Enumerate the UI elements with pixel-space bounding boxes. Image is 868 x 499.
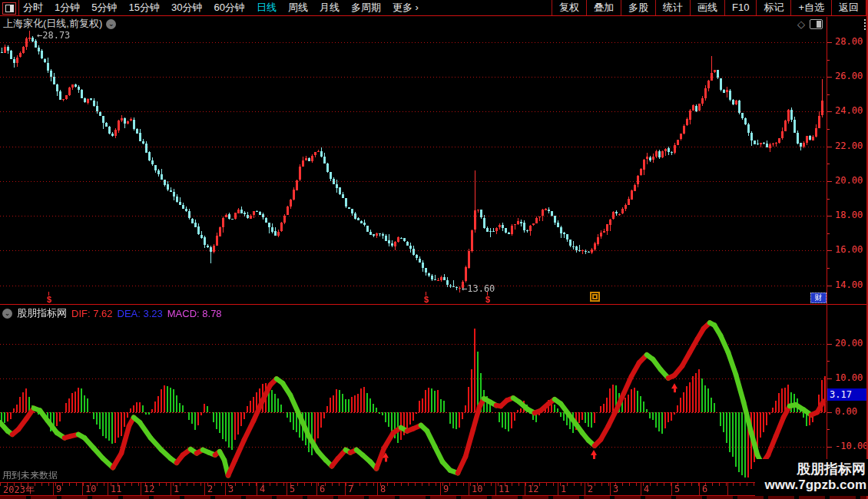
panel-split-icon[interactable] [810, 19, 823, 29]
price-tick-label: 18.00 [835, 210, 863, 220]
macd-tick [827, 412, 832, 413]
menu-item-10[interactable]: 更多 › [393, 0, 419, 15]
tool-item-6[interactable]: 标记 [756, 0, 790, 15]
menu-item-6[interactable]: 日线 [257, 0, 277, 15]
timeline-label[interactable]: 11 [111, 484, 121, 494]
candlestick-plot[interactable] [0, 31, 827, 304]
timeline-label[interactable]: 7 [348, 484, 353, 494]
timeline-label[interactable]: 3 [228, 484, 234, 494]
timeline-divider [82, 483, 83, 495]
timeline-label[interactable]: 11 [499, 484, 509, 494]
macd-tick-label: 20.00 [835, 338, 863, 349]
diamond-icon[interactable]: ◇ [797, 18, 805, 30]
scrollbar-thumb[interactable] [864, 19, 867, 30]
watermark-brand: 股朋指标网 [755, 461, 866, 478]
macd-tick-label: -10.00 [835, 441, 868, 451]
timeline-divider [525, 483, 525, 495]
watermark: 股朋指标网 www.7gpzb.com [755, 459, 868, 496]
timeline-label[interactable]: 6 [320, 484, 325, 494]
tools-menu: 复权叠加多股统计画线F10标记+自选返回 [552, 0, 866, 15]
timeline-label[interactable]: 1 [174, 484, 179, 494]
price-tick [827, 42, 832, 43]
timeline-divider [171, 483, 171, 495]
timeline-divider [671, 483, 672, 495]
sell-marker: $ [483, 292, 492, 303]
tool-item-3[interactable]: 统计 [655, 0, 690, 15]
timeline-divider [287, 483, 287, 495]
high-annotation: ←28.73 [37, 30, 70, 41]
price-tick [827, 77, 832, 78]
macd-tick [827, 429, 830, 430]
timeline-label[interactable]: 5 [290, 484, 295, 494]
menu-item-8[interactable]: 月线 [320, 0, 340, 15]
macd-tick [827, 344, 832, 345]
timeline-divider [699, 483, 700, 495]
sell-marker: $ [422, 292, 431, 303]
signal-box-icon [590, 292, 600, 302]
price-tick [827, 129, 830, 130]
menu-item-2[interactable]: 5分钟 [91, 0, 117, 15]
dif-value: DIF: 7.62 [71, 308, 113, 319]
timeline-divider [558, 483, 558, 495]
timeline-divider [377, 483, 378, 495]
price-tick [827, 233, 830, 234]
macd-value: MACD: 8.78 [167, 308, 222, 319]
timeline-label[interactable]: 10 [472, 484, 482, 494]
timeline-label[interactable]: 9 [56, 484, 61, 494]
timeline-label[interactable]: 6 [702, 484, 707, 494]
timeline-label[interactable]: 4 [260, 484, 265, 494]
tool-item-8[interactable]: 返回 [831, 0, 866, 15]
timeline-divider [610, 483, 611, 495]
menu-item-3[interactable]: 15分钟 [128, 0, 159, 15]
price-tick-label: 28.00 [835, 36, 863, 47]
timeline-label[interactable]: 2 [588, 484, 593, 494]
tool-item-1[interactable]: 叠加 [586, 0, 621, 15]
menu-item-9[interactable]: 多周期 [351, 0, 381, 15]
chevron-down-icon[interactable]: ⌄ [2, 309, 12, 319]
price-tick-label: 20.00 [835, 175, 863, 186]
timeline-label[interactable]: 3 [613, 484, 618, 494]
tool-item-0[interactable]: 复权 [552, 0, 586, 15]
timeline-label[interactable]: 1 [561, 484, 566, 494]
tool-item-7[interactable]: +自选 [790, 0, 831, 15]
macd-tick-label: 10.00 [835, 372, 863, 383]
window-layout-icon[interactable] [2, 2, 16, 15]
tool-item-2[interactable]: 多股 [621, 0, 655, 15]
menu-item-7[interactable]: 周线 [288, 0, 308, 15]
menu-item-5[interactable]: 60分钟 [214, 0, 244, 15]
timeline-divider [469, 483, 469, 495]
timeline-label[interactable]: 2 [207, 484, 213, 494]
tool-item-4[interactable]: 画线 [690, 0, 724, 15]
macd-plot[interactable] [0, 305, 827, 482]
chevron-down-icon[interactable]: ⌄ [106, 19, 116, 29]
price-tick [827, 216, 832, 216]
price-tick [827, 164, 830, 164]
timeline-label[interactable]: 9 [443, 484, 449, 494]
price-tick-label: 16.00 [835, 244, 863, 255]
price-tick [827, 181, 832, 182]
price-tick [827, 250, 832, 251]
timeline-label[interactable]: 12 [144, 484, 154, 494]
timeline-label[interactable]: 5 [674, 484, 680, 494]
price-tick-label: 24.00 [835, 105, 863, 116]
menu-item-1[interactable]: 1分钟 [55, 0, 80, 15]
timeline-divider [585, 483, 585, 495]
price-tick [827, 111, 832, 112]
finance-tag[interactable]: 财 [810, 292, 827, 303]
top-menubar: 分时1分钟5分钟15分钟30分钟60分钟日线周线月线多周期更多 › 复权叠加多股… [0, 0, 866, 16]
indicator-name[interactable]: 股朋指标网 [17, 306, 67, 320]
price-tick [827, 286, 832, 286]
timeline-label[interactable]: 4 [644, 484, 649, 494]
price-tick [827, 60, 830, 61]
menu-item-0[interactable]: 分时 [23, 0, 43, 15]
timeline-divider [495, 483, 496, 495]
timeline-divider [727, 483, 728, 495]
timeline-label[interactable]: 10 [85, 484, 96, 494]
tool-item-5[interactable]: F10 [724, 0, 756, 15]
menu-item-4[interactable]: 30分钟 [171, 0, 202, 15]
timeline-label[interactable]: 12 [528, 484, 538, 494]
timeline-divider [316, 483, 317, 495]
timeline-divider [204, 483, 205, 495]
timeline-label[interactable]: 8 [380, 484, 386, 494]
price-tick [827, 147, 832, 147]
